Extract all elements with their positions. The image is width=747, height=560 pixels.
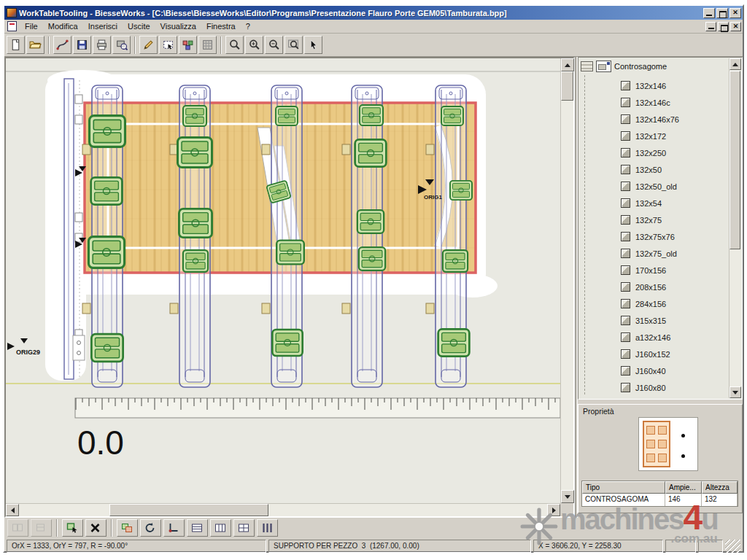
support-clamp[interactable] [438,329,470,356]
draw-tool-button[interactable] [139,36,158,54]
menu-finestra[interactable]: Finestra [201,20,241,32]
tree-item[interactable]: 132x54 [621,195,726,211]
support-clamp[interactable] [88,237,124,268]
support-clamp[interactable] [91,177,123,204]
prop-col-header[interactable]: Tipo [582,481,665,494]
support-prev-button[interactable] [7,519,28,537]
rail-4[interactable] [352,85,382,387]
prop-col-header[interactable]: Ampie... [665,481,702,494]
menu-modifica[interactable]: Modifica [43,20,83,32]
zoom-in-button[interactable] [245,36,263,54]
rails-view-button[interactable] [257,519,278,537]
select-window-button[interactable] [159,36,177,54]
print-preview-button[interactable] [112,36,131,54]
tree-item[interactable]: 132x75 [621,211,726,228]
save-button[interactable] [73,36,91,54]
hscroll-thumb[interactable] [109,504,268,516]
canvas-hscrollbar[interactable] [6,503,560,516]
tree-item[interactable]: a132x146 [621,329,726,346]
tree-item[interactable]: J160x80 [621,379,726,396]
support-rotate-button[interactable] [140,519,161,537]
collapse-icon[interactable] [581,61,593,71]
canvas-vscrollbar[interactable] [560,58,573,503]
scroll-up-button[interactable] [729,58,741,70]
support-clamp[interactable] [183,250,208,272]
menu-inserisci[interactable]: Inserisci [83,20,123,32]
origin-tool-button[interactable] [163,519,185,537]
menu-uscite[interactable]: Uscite [123,20,155,32]
scroll-up-button[interactable] [561,58,574,71]
new-button[interactable] [7,36,25,54]
support-clamp[interactable] [272,330,302,356]
zoom-extents-button[interactable] [285,36,303,54]
open-button[interactable] [26,36,44,54]
table-grid-button[interactable] [233,519,255,537]
tree-item[interactable]: J160x152 [621,346,726,362]
scroll-down-button[interactable] [729,386,741,398]
menu-help[interactable]: ? [241,20,255,32]
close-button[interactable]: ✕ [729,8,741,18]
zoom-out-button[interactable] [265,36,283,54]
tree-item[interactable]: 208x156 [621,279,726,295]
support-delete-button[interactable] [85,519,107,537]
support-clamp[interactable] [183,106,206,126]
scroll-right-button[interactable] [547,504,560,516]
tree-item[interactable]: 132x172 [621,128,726,144]
support-select-button[interactable] [62,519,83,537]
title-bar[interactable]: WorkTableTooling - BiesseWorks - [C:\Bie… [4,6,743,20]
resize-grip[interactable] [725,540,740,553]
support-clamp[interactable] [355,139,387,166]
support-clamp[interactable] [91,334,123,362]
support-clamp[interactable] [357,210,384,233]
tree-item[interactable]: 170x156 [621,262,726,279]
worktable-drawing[interactable]: ORIG29 ORIG1 [6,58,560,503]
support-clamp[interactable] [179,209,212,237]
rotate-icon [144,522,158,534]
tree-root[interactable]: Controsagome [578,58,742,75]
support-next-button[interactable] [31,519,52,537]
tree-scrollbar[interactable] [729,58,741,398]
pattern-view-button[interactable] [198,36,217,54]
tree-item[interactable]: 132x50_old [621,178,726,195]
support-clamp[interactable] [178,138,212,168]
menu-visualizza[interactable]: Visualizza [155,20,201,32]
tree-item[interactable]: 132x146x76 [621,111,726,128]
tree-item[interactable]: 315x315 [621,312,726,329]
maximize-button[interactable] [716,8,728,18]
child-close-button[interactable]: ✕ [730,22,741,31]
scroll-down-button[interactable] [561,490,574,503]
tree-item[interactable]: 132x50 [621,161,726,178]
table-rows-button[interactable] [187,519,208,537]
tree-item[interactable]: 132x250 [621,144,726,161]
support-clamp[interactable] [276,241,304,265]
support-clamp[interactable] [90,116,125,147]
minimize-button[interactable] [703,8,715,18]
table-columns-button[interactable] [210,519,231,537]
support-clamp[interactable] [360,105,383,125]
select-cursor-button[interactable] [304,36,322,54]
menu-file[interactable]: File [20,20,43,32]
machine-view-button[interactable] [179,36,197,54]
child-minimize-button[interactable] [705,22,716,31]
curve-tool-button[interactable] [53,36,71,54]
tree-item[interactable]: 284x156 [621,295,726,312]
print-button[interactable] [93,36,111,54]
tree-scroll-thumb[interactable] [729,71,740,249]
support-clamp[interactable] [276,106,298,125]
tree-item[interactable]: J160x40 [621,362,726,379]
zoom-button[interactable] [225,36,244,54]
tree-item[interactable]: 132x146 [621,77,726,94]
child-restore-button[interactable] [718,22,729,31]
tree-item[interactable]: 132x146c [621,94,726,111]
drawing-canvas[interactable]: ORIG29 ORIG1 [4,57,575,518]
tree-item[interactable]: 132x75_old [621,245,726,262]
tree-item[interactable]: 132x75x76 [621,228,726,245]
prop-col-header[interactable]: Altezza [702,481,738,494]
support-clamp[interactable] [441,106,463,125]
support-insert-button[interactable] [117,519,138,537]
support-clamp[interactable] [443,250,468,272]
scroll-left-button[interactable] [6,504,19,516]
support-clamp[interactable] [450,181,472,200]
support-clamp[interactable] [359,247,385,271]
vscroll-thumb[interactable] [561,71,573,101]
